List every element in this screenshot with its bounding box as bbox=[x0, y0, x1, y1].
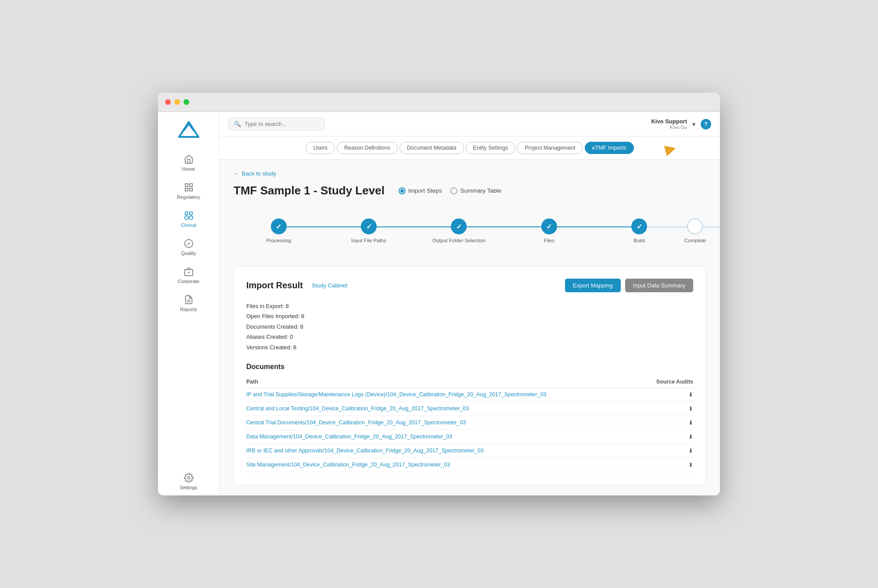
doc-path-link[interactable]: Central and Local Testing/104_Device_Cal… bbox=[246, 405, 469, 412]
help-button[interactable]: ? bbox=[701, 119, 711, 129]
user-sub: Kivo Go bbox=[651, 125, 687, 130]
radio-circle-import-steps bbox=[399, 187, 406, 194]
stat-versions-created: Versions Created: 8 bbox=[246, 342, 693, 352]
table-row: IRB or IEC and other Approvals/104_Devic… bbox=[246, 444, 693, 458]
close-button[interactable] bbox=[165, 99, 171, 105]
mac-window: Home Regulatory bbox=[158, 93, 720, 495]
logo[interactable] bbox=[176, 117, 201, 142]
tab-project-management[interactable]: Project Management bbox=[517, 142, 583, 154]
step-build: ✓ Build bbox=[594, 219, 684, 243]
sidebar: Home Regulatory bbox=[158, 112, 220, 495]
result-title: Import Result bbox=[246, 280, 303, 290]
radio-summary-table[interactable]: Summary Table bbox=[450, 187, 501, 194]
tab-document-metadata[interactable]: Document Metadata bbox=[399, 142, 464, 154]
radio-import-steps[interactable]: Import Steps bbox=[399, 187, 442, 194]
documents-section: Documents Path Source Audits bbox=[246, 363, 693, 472]
audit-icon-cell[interactable]: ⬇ bbox=[644, 444, 693, 458]
step-line-1 bbox=[279, 226, 369, 227]
tab-entity-settings[interactable]: Entity Settings bbox=[466, 142, 516, 154]
stat-open-files: Open Files Imported: 8 bbox=[246, 311, 693, 321]
table-row: IP and Trial Supplies/Storage/Maintenanc… bbox=[246, 387, 693, 402]
audit-icon-cell[interactable]: ⬇ bbox=[644, 416, 693, 430]
step-line-3 bbox=[459, 226, 549, 227]
table-row: Site Management/104_Device_Calibration_F… bbox=[246, 458, 693, 472]
quality-icon bbox=[184, 238, 194, 249]
sidebar-item-label-quality: Quality bbox=[181, 251, 196, 256]
titlebar bbox=[158, 93, 720, 112]
doc-path-cell: IRB or IEC and other Approvals/104_Devic… bbox=[246, 444, 644, 458]
step-label-files: Files bbox=[544, 238, 554, 243]
search-bar[interactable]: 🔍 bbox=[228, 118, 325, 130]
back-link[interactable]: ← Back to study bbox=[234, 170, 706, 177]
search-input[interactable] bbox=[245, 121, 319, 127]
sidebar-item-label-corporate: Corporate bbox=[178, 279, 199, 284]
settings-icon bbox=[184, 473, 194, 483]
back-arrow-icon: ← bbox=[234, 170, 239, 177]
sidebar-item-label-settings: Settings bbox=[180, 485, 198, 490]
user-info: Kivo Support Kivo Go bbox=[651, 118, 687, 130]
tabs-bar: Users Reason Definitions Document Metada… bbox=[220, 136, 720, 160]
step-circle-processing: ✓ bbox=[271, 219, 287, 234]
radio-label-summary-table: Summary Table bbox=[460, 187, 501, 194]
svg-rect-5 bbox=[189, 212, 192, 215]
study-cabinet-link[interactable]: Study Cabinet bbox=[312, 282, 348, 289]
reports-icon bbox=[184, 294, 194, 305]
col-audits: Source Audits bbox=[644, 376, 693, 388]
dropdown-arrow-icon[interactable]: ▾ bbox=[692, 121, 695, 128]
doc-path-cell: Central Trial Documents/104_Device_Calib… bbox=[246, 416, 644, 430]
svg-rect-3 bbox=[189, 188, 192, 191]
sidebar-item-settings[interactable]: Settings bbox=[158, 467, 219, 495]
table-row: Central and Local Testing/104_Device_Cal… bbox=[246, 402, 693, 416]
sidebar-item-clinical[interactable]: Clinical bbox=[158, 205, 219, 233]
export-mapping-button[interactable]: Export Mapping bbox=[565, 279, 621, 292]
doc-path-link[interactable]: IP and Trial Supplies/Storage/Maintenanc… bbox=[246, 391, 547, 398]
stat-documents-created: Documents Created: 8 bbox=[246, 322, 693, 332]
sidebar-item-quality[interactable]: Quality bbox=[158, 233, 219, 261]
step-circle-complete bbox=[687, 219, 703, 234]
tab-reason-definitions[interactable]: Reason Definitions bbox=[337, 142, 398, 154]
audit-icon-cell[interactable]: ⬇ bbox=[644, 458, 693, 472]
cursor-indicator: ▶ bbox=[663, 139, 678, 158]
step-label-output-folder: Output Folder Selection bbox=[432, 238, 486, 243]
svg-point-7 bbox=[189, 216, 192, 219]
maximize-button[interactable] bbox=[184, 99, 189, 105]
step-line-4 bbox=[549, 226, 639, 227]
step-circle-files: ✓ bbox=[541, 219, 557, 234]
sidebar-item-regulatory[interactable]: Regulatory bbox=[158, 177, 219, 205]
stat-files-export: Files in Export: 8 bbox=[246, 301, 693, 311]
col-path: Path bbox=[246, 376, 644, 388]
audit-icon-cell[interactable]: ⬇ bbox=[644, 430, 693, 444]
input-data-summary-button[interactable]: Input Data Summary bbox=[625, 279, 693, 292]
audit-icon-cell[interactable]: ⬇ bbox=[644, 387, 693, 402]
regulatory-icon bbox=[184, 182, 194, 193]
home-icon bbox=[184, 154, 194, 165]
user-name: Kivo Support bbox=[651, 118, 687, 125]
table-header-row: Path Source Audits bbox=[246, 376, 693, 388]
doc-path-cell: Data Management/104_Device_Calibration_F… bbox=[246, 430, 644, 444]
sidebar-item-home[interactable]: Home bbox=[158, 149, 219, 177]
svg-rect-0 bbox=[185, 184, 187, 186]
sidebar-item-corporate[interactable]: Corporate bbox=[158, 261, 219, 289]
tab-users[interactable]: Users bbox=[306, 142, 335, 154]
step-circle-output-folder: ✓ bbox=[451, 219, 467, 234]
sidebar-item-reports[interactable]: Reports bbox=[158, 289, 219, 317]
result-card: Import Result Study Cabinet Export Mappi… bbox=[234, 266, 706, 485]
tab-etmf-imports[interactable]: eTMF Imports bbox=[585, 142, 634, 154]
doc-path-link[interactable]: IRB or IEC and other Approvals/104_Devic… bbox=[246, 448, 484, 454]
sidebar-bottom: Settings bbox=[158, 467, 219, 495]
stat-aliases-created: Aliases Created: 0 bbox=[246, 332, 693, 342]
result-actions: Export Mapping Input Data Summary bbox=[565, 279, 693, 292]
result-header: Import Result Study Cabinet Export Mappi… bbox=[246, 279, 693, 292]
audit-icon-cell[interactable]: ⬇ bbox=[644, 402, 693, 416]
step-label-input-file-paths: Input File Paths bbox=[351, 238, 386, 243]
documents-title: Documents bbox=[246, 363, 693, 371]
minimize-button[interactable] bbox=[174, 99, 180, 105]
main-content: 🔍 Kivo Support Kivo Go ▾ ? Users Re bbox=[220, 112, 720, 495]
doc-path-cell: Site Management/104_Device_Calibration_F… bbox=[246, 458, 644, 472]
doc-path-link[interactable]: Central Trial Documents/104_Device_Calib… bbox=[246, 419, 466, 426]
step-circle-input-file-paths: ✓ bbox=[361, 219, 377, 234]
doc-path-link[interactable]: Data Management/104_Device_Calibration_F… bbox=[246, 434, 452, 440]
page-area: Users Reason Definitions Document Metada… bbox=[220, 136, 720, 495]
doc-path-link[interactable]: Site Management/104_Device_Calibration_F… bbox=[246, 462, 450, 468]
svg-point-6 bbox=[184, 216, 188, 219]
